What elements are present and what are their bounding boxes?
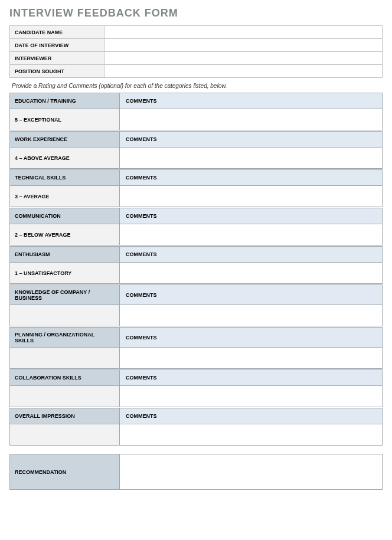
- candidate-name-value[interactable]: [104, 26, 383, 39]
- category-comments[interactable]: [120, 386, 383, 407]
- category-name: OVERALL IMPRESSION: [10, 408, 120, 424]
- category-rating[interactable]: 4 – ABOVE AVERAGE: [10, 148, 120, 169]
- category-rating[interactable]: 1 – UNSATISFACTORY: [10, 263, 120, 284]
- interviewer-label: INTERVIEWER: [10, 52, 104, 65]
- category-name: WORK EXPERIENCE: [10, 132, 120, 148]
- category-name: PLANNING / ORGANIZATIONAL SKILLS: [10, 328, 120, 348]
- category-name: TECHNICAL SKILLS: [10, 170, 120, 186]
- form-title: INTERVIEW FEEDBACK FORM: [9, 7, 383, 19]
- category-name: ENTHUSIASM: [10, 247, 120, 263]
- category-name: KNOWLEDGE OF COMPANY / BUSINESS: [10, 285, 120, 305]
- recommendation-table: RECOMMENDATION: [9, 454, 383, 490]
- category-comments[interactable]: [120, 224, 383, 246]
- categories-table: EDUCATION / TRAININGCOMMENTS5 – EXCEPTIO…: [9, 93, 383, 446]
- category-rating[interactable]: [10, 386, 120, 407]
- comments-header: COMMENTS: [120, 208, 383, 224]
- comments-header: COMMENTS: [120, 328, 383, 348]
- recommendation-label: RECOMMENDATION: [10, 454, 120, 490]
- comments-header: COMMENTS: [120, 408, 383, 424]
- comments-header: COMMENTS: [120, 170, 383, 186]
- instruction-text: Provide a Rating and Comments (optional)…: [9, 78, 383, 93]
- category-rating[interactable]: 5 – EXCEPTIONAL: [10, 109, 120, 130]
- comments-header: COMMENTS: [120, 285, 383, 305]
- comments-header: COMMENTS: [120, 247, 383, 263]
- category-comments[interactable]: [120, 186, 383, 207]
- position-value[interactable]: [104, 65, 383, 78]
- category-comments[interactable]: [120, 263, 383, 284]
- category-comments[interactable]: [120, 305, 383, 326]
- category-name: EDUCATION / TRAINING: [10, 93, 120, 109]
- category-rating[interactable]: [10, 424, 120, 446]
- comments-header: COMMENTS: [120, 93, 383, 109]
- category-rating[interactable]: [10, 348, 120, 369]
- category-rating[interactable]: [10, 305, 120, 326]
- category-comments[interactable]: [120, 424, 383, 446]
- candidate-name-label: CANDIDATE NAME: [10, 26, 104, 39]
- interviewer-value[interactable]: [104, 52, 383, 65]
- category-comments[interactable]: [120, 348, 383, 369]
- category-comments[interactable]: [120, 148, 383, 169]
- category-comments[interactable]: [120, 109, 383, 130]
- category-rating[interactable]: 2 – BELOW AVERAGE: [10, 224, 120, 246]
- interview-date-label: DATE OF INTERVIEW: [10, 39, 104, 52]
- comments-header: COMMENTS: [120, 132, 383, 148]
- position-label: POSITION SOUGHT: [10, 65, 104, 78]
- interview-date-value[interactable]: [104, 39, 383, 52]
- recommendation-value[interactable]: [120, 454, 383, 490]
- category-name: COMMUNICATION: [10, 208, 120, 224]
- comments-header: COMMENTS: [120, 370, 383, 386]
- category-name: COLLABORATION SKILLS: [10, 370, 120, 386]
- candidate-info-table: CANDIDATE NAME DATE OF INTERVIEW INTERVI…: [9, 25, 383, 78]
- category-rating[interactable]: 3 – AVERAGE: [10, 186, 120, 207]
